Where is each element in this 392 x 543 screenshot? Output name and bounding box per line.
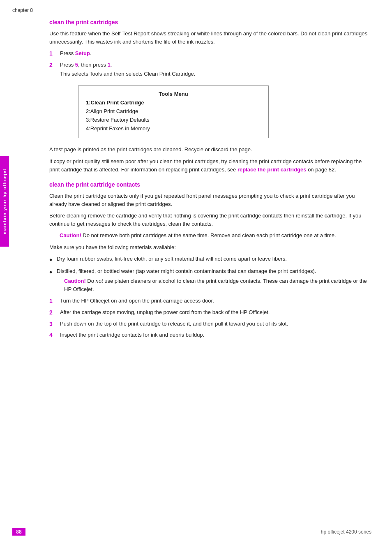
menu-item-2: 2:Align Print Cartridge: [86, 107, 261, 116]
step2-subtext: This selects Tools and then selects Clea…: [60, 70, 371, 78]
footer: 88 hp officejet 4200 series: [12, 528, 371, 536]
footer-product: hp officejet 4200 series: [321, 529, 371, 535]
s2-step2: 2 After the carriage stops moving, unplu…: [49, 308, 371, 317]
caution1-label: Caution!: [60, 232, 81, 238]
step2-text: Press 5, then press 1. This selects Tool…: [60, 61, 371, 78]
s2-step1-text: Turn the HP Officejet on and open the pr…: [60, 297, 371, 306]
page-number: 88: [12, 528, 25, 536]
s2-step3-text: Push down on the top of the print cartri…: [60, 320, 371, 329]
s2-step3-num: 3: [49, 320, 58, 329]
bullet-list: • Dry foam rubber swabs, lint-free cloth…: [49, 255, 371, 293]
menu-item-1: 1:Clean Print Cartridge: [86, 99, 261, 107]
s2-step4-num: 4: [49, 331, 58, 340]
step2-link2: 1: [108, 62, 111, 68]
step1-link: Setup: [75, 50, 90, 56]
s2-step1: 1 Turn the HP Officejet on and open the …: [49, 297, 371, 306]
caution-block-1: Caution! Do not remove both print cartri…: [60, 231, 367, 240]
side-tab: maintain your hp officejet: [0, 156, 9, 247]
bullet2-caution: Caution! Do not use platen cleaners or a…: [64, 277, 371, 293]
materials-intro: Make sure you have the following materia…: [49, 243, 371, 252]
s2-step1-num: 1: [49, 297, 58, 306]
s2-step3: 3 Push down on the top of the print cart…: [49, 320, 371, 329]
caution2-post: use platen cleaners or alcohol to clean …: [64, 278, 367, 292]
caution2-italic: not: [96, 278, 103, 284]
chapter-label: chapter 8: [12, 7, 371, 13]
after-menu-text2-post: on page 82.: [307, 166, 336, 173]
section2-para2: Before cleaning remove the cartridge and…: [49, 212, 371, 228]
caution2-label: Caution!: [64, 278, 86, 284]
s2-step4: 4 Inspect the print cartridge contacts f…: [49, 331, 371, 340]
menu-item-3: 3:Restore Factory Defaults: [86, 116, 261, 125]
page: maintain your hp officejet chapter 8 cle…: [0, 0, 392, 543]
caution2-pre: Do: [86, 278, 96, 284]
s2-step2-text: After the carriage stops moving, unplug …: [60, 308, 371, 317]
after-menu-text1: A test page is printed as the print cart…: [49, 146, 371, 154]
bullet-text-2: Distilled, filtered, or bottled water (t…: [57, 267, 371, 293]
caution1-text: Do not remove both print cartridges at t…: [81, 232, 336, 238]
s2-step4-text: Inspect the print cartridge contacts for…: [60, 331, 371, 340]
section1-title: clean the print cartridges: [49, 19, 371, 25]
step2-link1: 5: [75, 62, 78, 68]
step1-num: 1: [49, 49, 58, 58]
main-content: chapter 8 clean the print cartridges Use…: [12, 0, 371, 340]
section2-para1: Clean the print cartridge contacts only …: [49, 192, 371, 208]
section1-intro: Use this feature when the Self-Test Repo…: [49, 30, 371, 46]
section2-title: clean the print cartridge contacts: [49, 181, 371, 188]
bullet2-main: Distilled, filtered, or bottled water (t…: [57, 268, 316, 274]
step1-text: Press Setup.: [60, 49, 371, 58]
after-menu-text2: If copy or print quality still seem poor…: [49, 157, 371, 174]
menu-box: Tools Menu 1:Clean Print Cartridge 2:Ali…: [78, 85, 269, 138]
menu-item-4: 4:Reprint Faxes in Memory: [86, 125, 261, 133]
step2-num: 2: [49, 61, 58, 78]
bullet-item-1: • Dry foam rubber swabs, lint-free cloth…: [49, 255, 371, 265]
bullet-dot-2: •: [49, 267, 57, 293]
replace-link[interactable]: replace the print cartridges: [238, 166, 307, 173]
step1: 1 Press Setup.: [49, 49, 371, 58]
s2-step2-num: 2: [49, 308, 58, 317]
step2: 2 Press 5, then press 1. This selects To…: [49, 61, 371, 78]
bullet-item-2: • Distilled, filtered, or bottled water …: [49, 267, 371, 293]
menu-box-title: Tools Menu: [86, 91, 261, 97]
bullet-dot-1: •: [49, 255, 57, 265]
bullet-text-1: Dry foam rubber swabs, lint-free cloth, …: [57, 255, 371, 265]
side-tab-label: maintain your hp officejet: [2, 169, 7, 234]
